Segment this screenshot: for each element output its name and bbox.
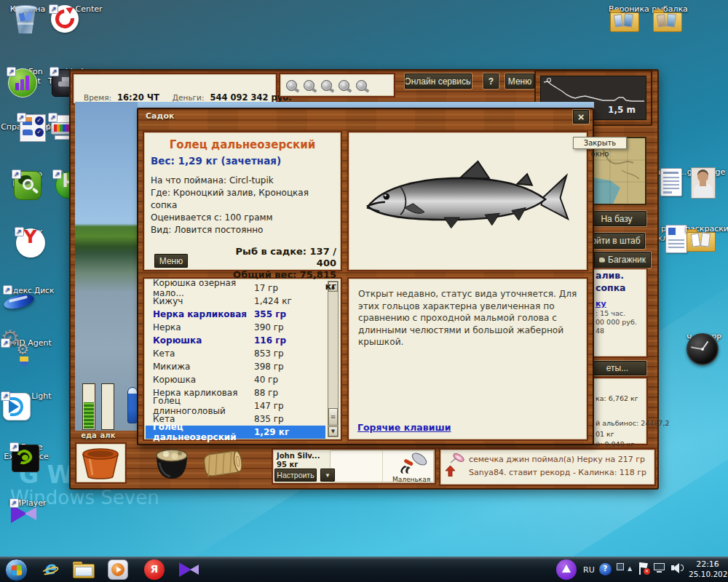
total-fish-count: Рыб в садке: 137 / 400 [218,246,336,269]
taskbar-explorer-icon[interactable] [73,562,96,579]
list-item[interactable]: Кета853 гр [146,347,325,360]
list-item[interactable]: Нерка карликовая355 гр [146,308,325,321]
desktop-widget-clock[interactable]: Часы_РР [681,333,727,343]
list-item[interactable]: Корюшка116 гр [146,334,325,347]
desktop-icon-geforce[interactable]: GeForce Experience [0,442,54,461]
fish-image [361,156,572,240]
pot-item[interactable] [153,447,191,483]
bucket-slot[interactable] [75,442,127,484]
tray-time: 22:16 [689,559,727,570]
hotkeys-link[interactable]: Горячие клавиши [357,422,451,433]
help-button[interactable]: ? [483,73,499,89]
to-base-button[interactable]: На базу [587,211,646,226]
online-services-button[interactable]: Онлайн сервисы [405,73,472,89]
mat-item[interactable] [202,446,245,481]
shortcut-arrow-icon [1,338,10,348]
list-item[interactable]: Голец длинноголовый147 гр [146,399,325,412]
fish-min-weight-line: Оценивается с: 100 грамм [151,212,334,224]
desktop-icon-getimage[interactable]: getImage [684,167,728,177]
tray-show-hidden-icon[interactable]: ▲ [628,565,632,572]
fish-kind-line: Вид: Ловится постоянно [151,224,334,236]
dialog-menu-button[interactable]: Меню [154,254,188,268]
desktop-icon-televzr[interactable]: Televzr Light [0,391,52,401]
tray-language[interactable]: RU [583,565,595,575]
start-button[interactable] [5,559,28,581]
sidebar-info-line3: 48 [596,327,604,335]
list-item-selected[interactable]: Голец дальнеозерский1,29 кг [146,426,325,439]
bucket-icon [79,446,122,481]
reel-icon[interactable] [321,80,332,91]
fish-weight: Вес: 1,29 кг (зачетная) [151,155,281,167]
reel-icon[interactable] [286,80,297,91]
record-line4: й: 9,048 кг [596,440,634,448]
taskbar-yandex-browser-icon[interactable]: Я [144,559,165,580]
list-item[interactable]: Нерка390 гр [146,321,325,334]
fish-description-panel: Открыт недавно, статус вида уточняется. … [347,277,588,441]
lure-icon [399,451,428,474]
rod-test-weight: 95 кг [277,461,298,469]
keepnet-list-panel: Корюшка озерная мало...17 гр Кижуч1,424 … [143,277,342,441]
time-label: Время: [84,93,111,102]
news-line2: Sanya84. ставит рекорд - Калинка: 118 гр [469,468,646,477]
game-menu-button[interactable]: Меню [505,73,534,89]
tickets-button[interactable]: еты... [588,361,646,375]
catch-lure-icon [449,453,465,465]
rod-slots-bar [279,73,395,97]
list-scrollbar[interactable]: ▲ ▼ ≡ [328,281,339,437]
tray-volume-icon[interactable] [671,562,684,574]
keepnet-list: Корюшка озерная мало...17 гр Кижуч1,424 … [146,282,325,439]
shortcut-arrow-icon [49,4,58,14]
desktop-icon-recycle-bin[interactable]: Корзина [1,4,54,14]
tray-app-icon[interactable] [617,563,624,570]
tray-alice-icon[interactable] [556,559,577,580]
taskbar-wmp-icon[interactable] [108,559,128,580]
record-line2: й альбинос: 24487,2 [596,419,669,427]
fish-details: На что поймана: Circl-tupik Где: Кроноцк… [151,175,334,236]
shortcut-arrow-icon [48,113,58,122]
game-status-bar: Время: 16:20 ЧТ Деньги: 544 092 342 руб. [72,73,277,105]
tray-clock[interactable]: 22:16 25.10.2020 [689,559,727,581]
tray-action-center-icon[interactable]: × [638,562,649,576]
shortcut-arrow-icon [7,67,16,76]
desktop-icon-kmplayer[interactable]: KMPlayer [1,498,54,508]
keepnet-totals: Рыб в садке: 137 / 400 Общий вес: 75,815… [218,246,336,292]
desktop-icon-raskraski-folder[interactable]: раскраски [683,224,728,234]
food-gauge-fill [84,402,94,428]
total-weight: Общий вес: 75,815 кг [218,269,336,292]
location-line2: сопка [596,282,626,293]
list-item[interactable]: Корюшка40 гр [146,373,325,386]
sidebar-link[interactable]: ку [596,299,606,308]
desktop-icon-yandex[interactable]: Y Yandex [3,227,54,236]
float-item[interactable] [127,387,138,423]
trunk-button[interactable]: Багажник [594,252,651,268]
rod-dropdown-button[interactable]: ▼ [320,469,335,482]
desktop-icon-yandex-disk[interactable]: Яндекс.Диск [0,286,57,295]
shortcut-arrow-icon [52,170,62,179]
scroll-thumb[interactable]: ≡ [328,408,338,426]
desktop-icon-rybalka-folder[interactable]: рыбалка [644,4,696,14]
alcohol-gauge [101,383,114,430]
tray-help-icon[interactable]: ? [599,563,612,575]
desktop-icon-game-center[interactable]: Game Center [48,4,103,14]
shortcut-arrow-icon [1,391,10,401]
configure-button[interactable]: Настроить [274,469,317,482]
tray-date: 25.10.2020 [689,570,727,578]
reel-icon[interactable] [304,80,314,91]
scroll-down-button[interactable]: ▼ [328,426,338,436]
money-label: Деньги: [173,93,205,102]
alcohol-gauge-label: алк [95,431,120,439]
desktop-icon-devid-agent[interactable]: ⚙ ⚙ DevID Agent [0,338,52,348]
shortcut-arrow-icon [12,170,21,179]
list-item[interactable]: Микижа398 гр [146,360,325,373]
fish-bait-line: На что поймана: Circl-tupik [151,175,334,187]
list-item[interactable]: Кижуч1,424 кг [146,295,325,308]
record-line1: ка: 6,762 кг [596,394,638,402]
close-button[interactable]: × [573,110,589,124]
taskbar-ie-icon[interactable]: e [39,559,61,581]
reel-icon[interactable] [356,80,367,91]
tray-network-icon[interactable] [654,563,666,574]
news-panel [439,448,656,486]
reel-icon[interactable] [339,80,349,91]
taskbar-kmplayer-icon[interactable] [179,561,204,580]
shortcut-arrow-icon [9,498,19,508]
